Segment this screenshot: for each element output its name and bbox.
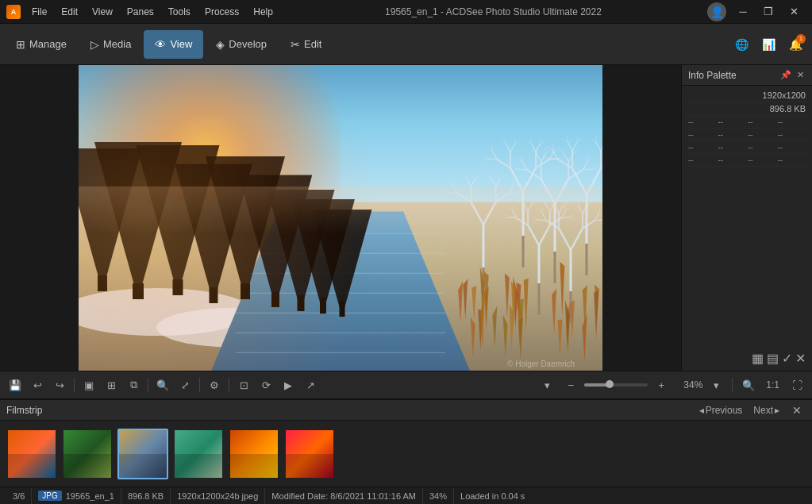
globe-icon-btn[interactable]: 🌐 xyxy=(729,33,753,56)
next-button[interactable]: Next ▸ xyxy=(749,403,783,417)
pin-icon[interactable]: 📌 xyxy=(779,68,793,82)
filmstrip-close-button[interactable]: ✕ xyxy=(788,402,806,418)
rotate-button[interactable]: ⟳ xyxy=(256,375,276,395)
view-single-button[interactable]: ▣ xyxy=(79,375,99,395)
info-filesize-value: 896.8 KB xyxy=(770,104,806,113)
info-cell-3-1: -- xyxy=(688,143,717,152)
filmstrip-thumb-5[interactable] xyxy=(229,429,279,479)
save-button[interactable]: 💾 xyxy=(5,375,25,395)
info-resolution-row: 1920x1200 xyxy=(685,89,809,102)
info-cell-3-4: -- xyxy=(778,143,806,152)
undo-button[interactable]: ↩ xyxy=(27,375,48,395)
minimize-button[interactable]: ─ xyxy=(731,4,755,20)
compare-button[interactable]: ⧉ xyxy=(123,375,144,395)
filmstrip-thumb-6[interactable] xyxy=(284,429,335,479)
close-panel-icon[interactable]: ✕ xyxy=(795,68,806,82)
info-table: 1920x1200 896.8 KB -- -- -- -- -- -- -- … xyxy=(682,86,812,170)
crop-button[interactable]: ⊡ xyxy=(233,375,254,395)
thumb-image-3 xyxy=(119,430,167,478)
tab-view[interactable]: 👁 View xyxy=(144,30,203,59)
view-toolbar: 💾 ↩ ↪ ▣ ⊞ ⧉ 🔍 ⤢ ⚙ ⊡ ⟳ ▶ ↗ ▾ − + 34% ▾ xyxy=(0,371,812,399)
load-time-label: Loaded in 0.04 s xyxy=(460,491,525,501)
menu-process[interactable]: Process xyxy=(198,5,245,19)
info-cell-1-4: -- xyxy=(778,117,806,126)
filename-label: 19565_en_1 xyxy=(66,491,114,501)
info-cell-4-1: -- xyxy=(688,156,717,164)
zoom-out-icon[interactable]: − xyxy=(560,375,581,395)
filmstrip-thumb-3[interactable] xyxy=(117,429,168,479)
menu-view[interactable]: View xyxy=(86,5,119,19)
window-title: 19565_en_1 - ACDSee Photo Studio Ultimat… xyxy=(284,6,702,17)
tab-develop-label: Develop xyxy=(229,38,267,50)
type-label: 1920x1200x24b jpeg xyxy=(177,491,258,501)
fit-button[interactable]: ⤢ xyxy=(175,375,195,395)
zoom-slider-thumb[interactable] xyxy=(606,380,614,388)
menu-edit[interactable]: Edit xyxy=(55,5,84,19)
user-account-icon[interactable]: 👤 xyxy=(707,2,726,21)
notifications-icon-btn[interactable]: 🔔1 xyxy=(783,33,807,56)
info-cell-4-2: -- xyxy=(718,156,747,164)
check-icon[interactable]: ✓ xyxy=(782,351,792,366)
navbar: ⊞ Manage ▷ Media 👁 View ◈ Develop ✂ Edit… xyxy=(0,24,812,65)
filmstrip-thumb-4[interactable] xyxy=(173,429,224,479)
list-view-icon[interactable]: ▤ xyxy=(767,351,779,366)
tab-develop[interactable]: ◈ Develop xyxy=(205,30,278,59)
zoom-in-button[interactable]: 🔍 xyxy=(152,375,173,395)
menu-help[interactable]: Help xyxy=(247,5,279,19)
close-button[interactable]: ✕ xyxy=(782,4,806,20)
tab-media[interactable]: ▷ Media xyxy=(79,30,142,59)
fullscreen-icon[interactable]: ⛶ xyxy=(787,375,807,395)
restore-button[interactable]: ❐ xyxy=(756,4,780,20)
menu-panes[interactable]: Panes xyxy=(121,5,160,19)
zoom-slider[interactable] xyxy=(584,383,648,387)
zoom-label: 34% xyxy=(429,491,447,501)
statusbar-position: 3/6 xyxy=(6,487,32,504)
stats-icon-btn[interactable]: 📊 xyxy=(756,33,780,56)
info-cell-4-3: -- xyxy=(748,156,776,164)
filesize-label: 896.8 KB xyxy=(128,491,164,501)
settings-button[interactable]: ⚙ xyxy=(204,375,225,395)
share-button[interactable]: ↗ xyxy=(300,375,321,395)
format-badge: JPG xyxy=(38,491,61,501)
separator-5 xyxy=(732,378,733,392)
manage-icon: ⊞ xyxy=(16,38,25,51)
filmstrip-header: Filmstrip ◂ Previous Next ▸ ✕ xyxy=(0,400,812,421)
separator-1 xyxy=(74,378,75,392)
edit-icon: ✂ xyxy=(291,38,300,51)
tab-edit[interactable]: ✂ Edit xyxy=(279,30,333,59)
image-area[interactable] xyxy=(0,65,681,371)
thumb-image-4 xyxy=(175,430,222,478)
filmstrip-thumb-2[interactable] xyxy=(62,429,113,479)
info-cell-4-4: -- xyxy=(778,156,806,164)
info-cell-3-3: -- xyxy=(748,143,776,152)
slideshow-button[interactable]: ▶ xyxy=(278,375,298,395)
zoom-in-icon[interactable]: + xyxy=(651,375,672,395)
content-row: Info Palette 📌 ✕ 1920x1200 896.8 KB -- - xyxy=(0,65,812,371)
tab-manage[interactable]: ⊞ Manage xyxy=(5,30,78,59)
filmstrip-content xyxy=(0,421,812,487)
statusbar-load-time: Loaded in 0.04 s xyxy=(454,487,531,504)
close-bottom-icon[interactable]: ✕ xyxy=(795,351,806,366)
info-cell-1-1: -- xyxy=(688,117,717,126)
info-data-row-1: -- -- -- -- xyxy=(685,116,809,129)
zoom-ratio-label[interactable]: 1:1 xyxy=(762,378,783,392)
info-panel-header: Info Palette 📌 ✕ xyxy=(682,65,812,86)
zoom-percent-label: 34% xyxy=(675,379,702,391)
chevron-down-icon[interactable]: ▾ xyxy=(537,375,557,395)
menu-file[interactable]: File xyxy=(25,5,53,19)
previous-button[interactable]: ◂ Previous xyxy=(695,403,747,417)
develop-icon: ◈ xyxy=(216,38,225,51)
menu-tools[interactable]: Tools xyxy=(162,5,197,19)
info-cell-3-2: -- xyxy=(718,143,747,152)
view-grid-button[interactable]: ⊞ xyxy=(101,375,121,395)
redo-button[interactable]: ↪ xyxy=(49,375,70,395)
info-cell-1-3: -- xyxy=(748,117,776,126)
zoom-dropdown-button[interactable]: ▾ xyxy=(706,375,726,395)
filmstrip-thumb-1[interactable] xyxy=(6,429,57,479)
statusbar-zoom: 34% xyxy=(423,487,454,504)
main-area: Info Palette 📌 ✕ 1920x1200 896.8 KB -- - xyxy=(0,65,812,487)
navbar-right: 🌐 📊 🔔1 xyxy=(729,33,807,56)
magnifier-icon[interactable]: 🔍 xyxy=(738,375,759,395)
grid-view-icon[interactable]: ▦ xyxy=(752,351,764,366)
filmstrip: Filmstrip ◂ Previous Next ▸ ✕ xyxy=(0,399,812,487)
